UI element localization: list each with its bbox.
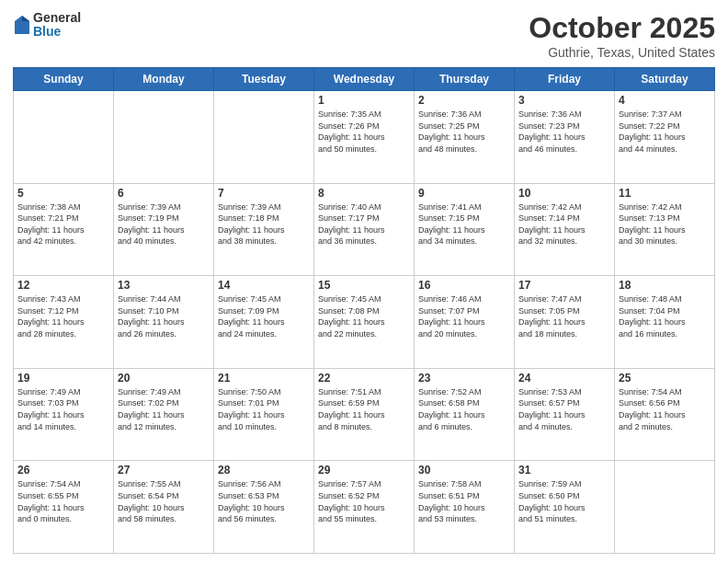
week-row-4: 19Sunrise: 7:49 AM Sunset: 7:03 PM Dayli… — [14, 368, 715, 461]
day-number: 21 — [218, 372, 310, 385]
header: General Blue October 2025 Guthrie, Texas… — [13, 11, 715, 60]
days-header-row: SundayMondayTuesdayWednesdayThursdayFrid… — [14, 68, 715, 91]
day-info: Sunrise: 7:39 AM Sunset: 7:19 PM Dayligh… — [118, 201, 210, 247]
day-info: Sunrise: 7:55 AM Sunset: 6:54 PM Dayligh… — [118, 478, 210, 524]
day-number: 26 — [17, 464, 109, 477]
location: Guthrie, Texas, United States — [529, 45, 715, 60]
calendar-cell: 17Sunrise: 7:47 AM Sunset: 7:05 PM Dayli… — [515, 276, 615, 369]
calendar-cell: 7Sunrise: 7:39 AM Sunset: 7:18 PM Daylig… — [214, 183, 314, 276]
calendar-cell: 11Sunrise: 7:42 AM Sunset: 7:13 PM Dayli… — [615, 183, 715, 276]
week-row-1: 1Sunrise: 7:35 AM Sunset: 7:26 PM Daylig… — [14, 91, 715, 184]
day-header-tuesday: Tuesday — [214, 68, 314, 91]
day-number: 14 — [218, 279, 310, 292]
day-info: Sunrise: 7:54 AM Sunset: 6:56 PM Dayligh… — [619, 386, 711, 432]
calendar-cell: 29Sunrise: 7:57 AM Sunset: 6:52 PM Dayli… — [314, 461, 415, 554]
day-number: 3 — [518, 94, 610, 107]
day-info: Sunrise: 7:45 AM Sunset: 7:08 PM Dayligh… — [318, 293, 410, 339]
day-info: Sunrise: 7:38 AM Sunset: 7:21 PM Dayligh… — [17, 201, 109, 247]
day-info: Sunrise: 7:48 AM Sunset: 7:04 PM Dayligh… — [619, 293, 711, 339]
day-number: 23 — [418, 372, 510, 385]
day-number: 13 — [118, 279, 210, 292]
logo-blue: Blue — [33, 25, 81, 39]
calendar-cell: 18Sunrise: 7:48 AM Sunset: 7:04 PM Dayli… — [615, 276, 715, 369]
calendar-cell: 19Sunrise: 7:49 AM Sunset: 7:03 PM Dayli… — [14, 368, 114, 461]
calendar-cell: 9Sunrise: 7:41 AM Sunset: 7:15 PM Daylig… — [415, 183, 515, 276]
day-number: 5 — [17, 187, 109, 200]
day-info: Sunrise: 7:50 AM Sunset: 7:01 PM Dayligh… — [218, 386, 310, 432]
calendar-cell — [14, 91, 114, 184]
calendar-cell: 6Sunrise: 7:39 AM Sunset: 7:19 PM Daylig… — [114, 183, 214, 276]
calendar-cell: 4Sunrise: 7:37 AM Sunset: 7:22 PM Daylig… — [615, 91, 715, 184]
day-number: 22 — [318, 372, 410, 385]
calendar-cell: 2Sunrise: 7:36 AM Sunset: 7:25 PM Daylig… — [415, 91, 515, 184]
calendar-cell: 21Sunrise: 7:50 AM Sunset: 7:01 PM Dayli… — [214, 368, 314, 461]
day-info: Sunrise: 7:51 AM Sunset: 6:59 PM Dayligh… — [318, 386, 410, 432]
day-number: 18 — [619, 279, 711, 292]
day-info: Sunrise: 7:39 AM Sunset: 7:18 PM Dayligh… — [218, 201, 310, 247]
day-info: Sunrise: 7:59 AM Sunset: 6:50 PM Dayligh… — [518, 478, 610, 524]
day-number: 2 — [418, 94, 510, 107]
day-number: 11 — [619, 187, 711, 200]
calendar-cell — [615, 461, 715, 554]
day-header-friday: Friday — [515, 68, 615, 91]
day-info: Sunrise: 7:56 AM Sunset: 6:53 PM Dayligh… — [218, 478, 310, 524]
day-number: 27 — [118, 464, 210, 477]
day-number: 17 — [518, 279, 610, 292]
day-number: 24 — [518, 372, 610, 385]
week-row-5: 26Sunrise: 7:54 AM Sunset: 6:55 PM Dayli… — [14, 461, 715, 554]
calendar-cell: 14Sunrise: 7:45 AM Sunset: 7:09 PM Dayli… — [214, 276, 314, 369]
day-info: Sunrise: 7:41 AM Sunset: 7:15 PM Dayligh… — [418, 201, 510, 247]
day-info: Sunrise: 7:44 AM Sunset: 7:10 PM Dayligh… — [118, 293, 210, 339]
calendar-cell: 30Sunrise: 7:58 AM Sunset: 6:51 PM Dayli… — [415, 461, 515, 554]
day-number: 16 — [418, 279, 510, 292]
calendar-cell: 23Sunrise: 7:52 AM Sunset: 6:58 PM Dayli… — [415, 368, 515, 461]
calendar-cell: 27Sunrise: 7:55 AM Sunset: 6:54 PM Dayli… — [114, 461, 214, 554]
day-info: Sunrise: 7:58 AM Sunset: 6:51 PM Dayligh… — [418, 478, 510, 524]
day-info: Sunrise: 7:42 AM Sunset: 7:13 PM Dayligh… — [619, 201, 711, 247]
calendar-cell: 15Sunrise: 7:45 AM Sunset: 7:08 PM Dayli… — [314, 276, 415, 369]
week-row-2: 5Sunrise: 7:38 AM Sunset: 7:21 PM Daylig… — [14, 183, 715, 276]
day-info: Sunrise: 7:36 AM Sunset: 7:23 PM Dayligh… — [518, 109, 610, 155]
calendar-cell: 1Sunrise: 7:35 AM Sunset: 7:26 PM Daylig… — [314, 91, 415, 184]
day-number: 31 — [518, 464, 610, 477]
day-info: Sunrise: 7:36 AM Sunset: 7:25 PM Dayligh… — [418, 109, 510, 155]
day-number: 12 — [17, 279, 109, 292]
svg-marker-1 — [22, 16, 29, 21]
calendar-cell: 28Sunrise: 7:56 AM Sunset: 6:53 PM Dayli… — [214, 461, 314, 554]
calendar-cell: 5Sunrise: 7:38 AM Sunset: 7:21 PM Daylig… — [14, 183, 114, 276]
month-title: October 2025 — [529, 11, 715, 45]
calendar-cell: 12Sunrise: 7:43 AM Sunset: 7:12 PM Dayli… — [14, 276, 114, 369]
day-number: 28 — [218, 464, 310, 477]
day-info: Sunrise: 7:43 AM Sunset: 7:12 PM Dayligh… — [17, 293, 109, 339]
calendar-cell: 25Sunrise: 7:54 AM Sunset: 6:56 PM Dayli… — [615, 368, 715, 461]
day-info: Sunrise: 7:40 AM Sunset: 7:17 PM Dayligh… — [318, 201, 410, 247]
day-number: 19 — [17, 372, 109, 385]
day-header-saturday: Saturday — [615, 68, 715, 91]
day-number: 1 — [318, 94, 410, 107]
calendar: SundayMondayTuesdayWednesdayThursdayFrid… — [13, 67, 715, 554]
logo-icon — [13, 14, 31, 36]
calendar-cell — [214, 91, 314, 184]
calendar-cell: 26Sunrise: 7:54 AM Sunset: 6:55 PM Dayli… — [14, 461, 114, 554]
week-row-3: 12Sunrise: 7:43 AM Sunset: 7:12 PM Dayli… — [14, 276, 715, 369]
calendar-cell: 8Sunrise: 7:40 AM Sunset: 7:17 PM Daylig… — [314, 183, 415, 276]
day-info: Sunrise: 7:54 AM Sunset: 6:55 PM Dayligh… — [17, 478, 109, 524]
calendar-cell: 3Sunrise: 7:36 AM Sunset: 7:23 PM Daylig… — [515, 91, 615, 184]
day-number: 20 — [118, 372, 210, 385]
day-number: 9 — [418, 187, 510, 200]
calendar-cell: 24Sunrise: 7:53 AM Sunset: 6:57 PM Dayli… — [515, 368, 615, 461]
day-header-thursday: Thursday — [415, 68, 515, 91]
day-info: Sunrise: 7:35 AM Sunset: 7:26 PM Dayligh… — [318, 109, 410, 155]
day-header-wednesday: Wednesday — [314, 68, 415, 91]
calendar-cell: 31Sunrise: 7:59 AM Sunset: 6:50 PM Dayli… — [515, 461, 615, 554]
day-number: 6 — [118, 187, 210, 200]
day-info: Sunrise: 7:45 AM Sunset: 7:09 PM Dayligh… — [218, 293, 310, 339]
calendar-cell: 22Sunrise: 7:51 AM Sunset: 6:59 PM Dayli… — [314, 368, 415, 461]
day-number: 29 — [318, 464, 410, 477]
day-number: 30 — [418, 464, 510, 477]
calendar-cell: 16Sunrise: 7:46 AM Sunset: 7:07 PM Dayli… — [415, 276, 515, 369]
day-info: Sunrise: 7:52 AM Sunset: 6:58 PM Dayligh… — [418, 386, 510, 432]
day-number: 8 — [318, 187, 410, 200]
day-header-monday: Monday — [114, 68, 214, 91]
logo-text: General Blue — [33, 11, 81, 40]
